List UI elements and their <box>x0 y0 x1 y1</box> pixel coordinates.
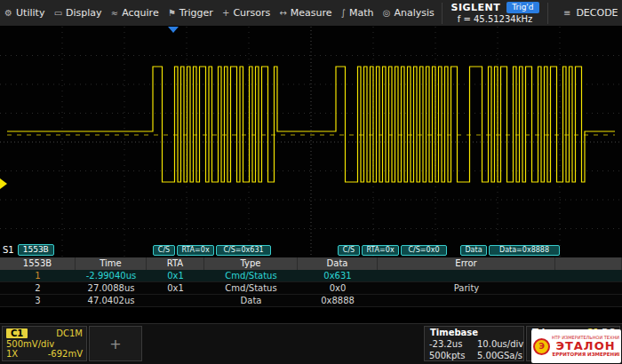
timebase-points: 500kpts <box>425 351 473 360</box>
row-time: -2.99040us <box>76 270 147 281</box>
menu-display-label: Display <box>66 7 102 19</box>
bus-source-label: S1 <box>3 245 14 255</box>
status-block: SIGLENT Trig'd f = 45.51234kHz <box>445 2 545 24</box>
top-menu-bar: ⚙Utility ▭Display ≈Acquire ⚑Trigger +Cur… <box>0 0 622 27</box>
menu-cursors-label: Cursors <box>233 7 270 19</box>
cursors-icon: + <box>222 8 229 18</box>
col-header-data: Data <box>298 257 378 270</box>
siglent-logo: SIGLENT <box>451 2 500 13</box>
analysis-icon: ◎ <box>383 8 391 18</box>
timebase-descriptor[interactable]: Timebase -23.2us 10.0us/div 500kpts 5.00… <box>424 326 524 361</box>
menu-trigger[interactable]: ⚑Trigger <box>168 7 213 19</box>
graticule <box>0 27 622 257</box>
row-type: Cmd/Status <box>204 270 298 281</box>
crosshair-icon: + <box>109 336 121 352</box>
table-filler <box>555 282 622 294</box>
menu-cursors[interactable]: +Cursors <box>222 7 270 19</box>
table-filler <box>555 257 622 270</box>
timebase-delay: -23.2us <box>425 339 473 349</box>
col-header-rta: RTA <box>147 257 204 270</box>
menu-decode[interactable]: ≡ DECODE <box>563 7 618 19</box>
gear-icon: ⚙ <box>4 8 12 18</box>
col-header-protocol: 1553B <box>0 257 76 270</box>
timebase-sample-rate: 5.00GSa/s <box>473 351 523 360</box>
table-filler <box>555 270 622 281</box>
decode-bubble-cs-2: C/S <box>338 245 360 256</box>
table-row[interactable]: 2 27.0088us 0x1 Cmd/Status 0x0 Parity <box>0 282 622 295</box>
row-time: 47.0402us <box>76 295 147 306</box>
channel1-descriptor[interactable]: C1 DC1M 500mV/div 1X -692mV <box>2 326 87 361</box>
menu-utility[interactable]: ⚙Utility <box>4 7 44 19</box>
decode-list-table: 1553B Time RTA Type Data Error 1 -2.9904… <box>0 257 622 307</box>
col-header-error: Error <box>378 257 555 270</box>
trigger-status-badge: Trig'd <box>506 2 538 13</box>
table-header-row: 1553B Time RTA Type Data Error <box>0 257 622 270</box>
frequency-readout: f = 45.51234kHz <box>458 14 533 24</box>
channel1-probe: 1X <box>6 349 18 359</box>
menu-divider-2 <box>547 3 548 24</box>
menu-decode-label: DECODE <box>576 7 618 19</box>
decode-bus-label[interactable]: S1 1553B <box>3 244 54 256</box>
display-icon: ▭ <box>54 8 62 18</box>
decode-bubble-rta-2: RTA=0x <box>362 245 399 256</box>
trigger-flag-icon: ⚑ <box>168 8 176 18</box>
row-error: Parity <box>378 282 555 294</box>
math-icon: ∫ <box>341 8 346 18</box>
row-index: 3 <box>0 295 76 306</box>
bus-protocol-badge: 1553B <box>18 244 54 256</box>
col-header-type: Type <box>204 257 298 270</box>
timebase-title: Timebase <box>425 328 523 337</box>
menu-math-label: Math <box>349 7 374 19</box>
row-index: 1 <box>0 270 76 281</box>
menu-trigger-label: Trigger <box>179 7 213 19</box>
waveform-area: S1 1553B C/S RTA=0x C/S=0x631 C/S RTA=0x… <box>0 27 622 257</box>
decode-bubble-csval-2: C/S=0x0 <box>401 245 447 256</box>
channel1-badge: C1 <box>6 328 28 338</box>
decode-icon: ≡ <box>563 8 570 18</box>
row-index: 2 <box>0 282 76 294</box>
menu-acquire[interactable]: ≈Acquire <box>111 7 159 19</box>
row-time: 27.0088us <box>76 282 147 294</box>
menu-utility-label: Utility <box>16 7 44 19</box>
row-rta: 0x1 <box>147 270 204 281</box>
bottom-status-bar: C1 DC1M 500mV/div 1X -692mV + Timebase -… <box>0 323 622 364</box>
decode-bubble-rta-1: RTA=0x <box>177 245 214 256</box>
menu-acquire-label: Acquire <box>122 7 158 19</box>
decode-bubble-csval-1: C/S=0x631 <box>216 245 271 256</box>
menu-measure-label: Measure <box>291 7 332 19</box>
timebase-scale: 10.0us/div <box>473 339 523 349</box>
table-row[interactable]: 1 -2.99040us 0x1 Cmd/Status 0x631 <box>0 270 622 282</box>
channel1-coupling: DC1M <box>56 328 83 338</box>
channel1-scale: 500mV/div <box>6 339 54 349</box>
channel1-offset: -692mV <box>48 349 83 359</box>
menu-display[interactable]: ▭Display <box>54 7 102 19</box>
table-filler <box>555 295 622 306</box>
table-row[interactable]: 3 47.0402us Data 0x8888 <box>0 295 622 307</box>
menu-divider <box>442 3 443 24</box>
row-rta <box>147 295 204 306</box>
watermark-line2: ТЕРРИТОРИЯ ИЗМЕРЕНИЙ <box>552 352 619 357</box>
row-data: 0x0 <box>298 282 378 294</box>
ch1-level-marker[interactable] <box>0 178 7 189</box>
col-header-time: Time <box>76 257 147 270</box>
menu-list: ⚙Utility ▭Display ≈Acquire ⚑Trigger +Cur… <box>0 7 439 19</box>
menu-analysis[interactable]: ◎Analysis <box>383 7 435 19</box>
menu-measure[interactable]: ↔Measure <box>279 7 331 19</box>
measure-icon: ↔ <box>279 8 286 18</box>
etalon-watermark: Э ЦЕНТР ИЗМЕРИТЕЛЬНОЙ ТЕХНИКИ ЭТАЛОН ТЕР… <box>531 329 621 363</box>
graticule-and-trace <box>0 27 622 257</box>
menu-analysis-label: Analysis <box>395 7 435 19</box>
watermark-name: ЭТАЛОН <box>555 340 615 352</box>
row-error <box>378 270 555 281</box>
position-control[interactable]: + <box>89 326 142 361</box>
decode-bubble-dataval: Data=0x8888 <box>489 245 560 256</box>
row-data: 0x8888 <box>298 295 378 306</box>
row-data: 0x631 <box>298 270 378 281</box>
row-rta: 0x1 <box>147 282 204 294</box>
decode-bubble-data: Data <box>460 245 487 256</box>
trigger-position-marker[interactable] <box>168 27 179 33</box>
menu-math[interactable]: ∫Math <box>341 7 374 19</box>
acquire-icon: ≈ <box>111 8 118 18</box>
row-error <box>378 295 555 306</box>
row-type: Cmd/Status <box>204 282 298 294</box>
